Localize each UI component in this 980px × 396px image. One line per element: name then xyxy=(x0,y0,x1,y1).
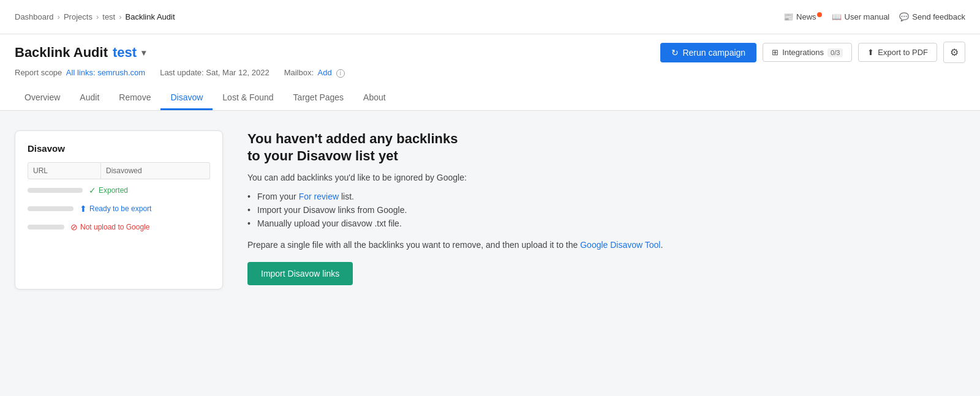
user-manual-link[interactable]: 📖 User manual xyxy=(832,12,890,21)
breadcrumb-sep1: › xyxy=(58,12,60,21)
user-manual-label: User manual xyxy=(845,12,890,21)
page-header: Backlink Audit test ▾ ↻ Rerun campaign ⊞… xyxy=(0,34,980,111)
news-link[interactable]: 📰 News xyxy=(783,12,822,21)
list-item-1: From your For review list. xyxy=(247,190,965,203)
status-not-upload: ⊘ Not upload to Google xyxy=(70,222,149,232)
feedback-icon: 💬 xyxy=(899,12,909,21)
topbar: Dashboard › Projects › test › Backlink A… xyxy=(0,0,980,34)
preview-card-title: Disavow xyxy=(28,143,210,154)
tab-remove[interactable]: Remove xyxy=(109,86,160,110)
upload-icon: ⬆ xyxy=(80,204,87,214)
tab-overview[interactable]: Overview xyxy=(15,86,70,110)
send-feedback-label: Send feedback xyxy=(912,12,965,21)
breadcrumb-dashboard[interactable]: Dashboard xyxy=(15,12,54,21)
list-item-3: Manually upload your disavow .txt file. xyxy=(247,217,965,230)
mailbox-add-link[interactable]: Add xyxy=(318,68,332,77)
header-meta: Report scope All links: semrush.com Last… xyxy=(15,68,965,84)
last-update: Last update: Sat, Mar 12, 2022 xyxy=(160,68,270,77)
tab-bar: Overview Audit Remove Disavow Lost & Fou… xyxy=(15,86,965,110)
send-feedback-link[interactable]: 💬 Send feedback xyxy=(899,12,965,21)
preview-col-url: URL xyxy=(28,162,101,179)
integrations-badge: 0/3 xyxy=(827,48,843,57)
breadcrumb-test[interactable]: test xyxy=(102,12,115,21)
breadcrumb-sep2: › xyxy=(96,12,99,21)
preview-row-not-upload: ⊘ Not upload to Google xyxy=(28,222,210,232)
exported-label: Exported xyxy=(99,186,128,195)
tab-lost-found[interactable]: Lost & Found xyxy=(213,86,283,110)
tab-audit[interactable]: Audit xyxy=(70,86,109,110)
content-area: Disavow URL Disavowed ✓ Exported ⬆ Ready… xyxy=(15,130,965,290)
settings-button[interactable]: ⚙ xyxy=(943,42,965,63)
disavow-preview-card: Disavow URL Disavowed ✓ Exported ⬆ Ready… xyxy=(15,130,223,290)
preview-row-ready: ⬆ Ready to be export xyxy=(28,204,210,214)
for-review-link[interactable]: For review xyxy=(299,192,339,201)
breadcrumb-projects[interactable]: Projects xyxy=(64,12,92,21)
integrations-label: Integrations xyxy=(782,48,824,57)
rerun-campaign-button[interactable]: ↻ Rerun campaign xyxy=(660,43,756,62)
report-scope-label: Report scope All links: semrush.com xyxy=(15,68,145,77)
integrations-icon: ⊞ xyxy=(772,48,778,57)
breadcrumb-sep3: › xyxy=(119,12,121,21)
page-title-text: Backlink Audit xyxy=(15,45,108,61)
rerun-icon: ↻ xyxy=(671,48,679,58)
header-actions: ↻ Rerun campaign ⊞ Integrations 0/3 ⬆ Ex… xyxy=(660,42,965,63)
news-label: News xyxy=(796,12,816,21)
header-top: Backlink Audit test ▾ ↻ Rerun campaign ⊞… xyxy=(15,42,965,63)
export-pdf-button[interactable]: ⬆ Export to PDF xyxy=(858,43,937,62)
block-icon: ⊘ xyxy=(70,222,78,232)
project-name-badge[interactable]: test xyxy=(113,45,137,61)
page-title: Backlink Audit test ▾ xyxy=(15,45,146,61)
info-list: From your For review list. Import your D… xyxy=(247,190,965,230)
status-ready: ⬆ Ready to be export xyxy=(80,204,151,214)
preview-col-disavowed: Disavowed xyxy=(101,162,210,179)
list-item-2: Import your Disavow links from Google. xyxy=(247,203,965,217)
news-icon: 📰 xyxy=(783,12,793,21)
topbar-right: 📰 News 📖 User manual 💬 Send feedback xyxy=(783,12,965,21)
mailbox-info-icon[interactable]: i xyxy=(336,69,345,78)
gear-icon: ⚙ xyxy=(950,47,959,58)
import-disavow-links-button[interactable]: Import Disavow links xyxy=(247,262,353,285)
status-exported: ✓ Exported xyxy=(89,185,128,195)
news-notification-dot xyxy=(817,12,822,17)
info-note: Prepare a single file with all the backl… xyxy=(247,240,965,250)
export-label: Export to PDF xyxy=(878,48,928,57)
info-panel: You haven't added any backlinks to your … xyxy=(247,130,965,285)
main-content: Disavow URL Disavowed ✓ Exported ⬆ Ready… xyxy=(0,111,980,397)
breadcrumb-current: Backlink Audit xyxy=(126,12,175,21)
ready-label: Ready to be export xyxy=(89,204,151,213)
preview-table-header: URL Disavowed xyxy=(28,162,210,179)
breadcrumb: Dashboard › Projects › test › Backlink A… xyxy=(15,12,175,21)
info-heading: You haven't added any backlinks to your … xyxy=(247,130,965,165)
tab-disavow[interactable]: Disavow xyxy=(160,86,213,110)
info-description: You can add backlinks you'd like to be i… xyxy=(247,173,965,182)
mailbox-section: Mailbox: Add i xyxy=(284,68,345,78)
integrations-button[interactable]: ⊞ Integrations 0/3 xyxy=(763,43,852,62)
url-bar-3 xyxy=(28,225,64,230)
not-upload-label: Not upload to Google xyxy=(80,223,149,231)
rerun-label: Rerun campaign xyxy=(682,48,745,58)
url-bar-2 xyxy=(28,206,74,211)
check-icon: ✓ xyxy=(89,185,96,195)
google-disavow-tool-link[interactable]: Google Disavow Tool xyxy=(580,240,660,250)
preview-row-exported: ✓ Exported xyxy=(28,185,210,195)
tab-about[interactable]: About xyxy=(353,86,396,110)
export-icon: ⬆ xyxy=(867,48,874,57)
tab-target-pages[interactable]: Target Pages xyxy=(284,86,354,110)
all-links-link[interactable]: All links: semrush.com xyxy=(66,68,145,77)
project-dropdown-arrow[interactable]: ▾ xyxy=(141,48,146,58)
url-bar-1 xyxy=(28,188,83,193)
manual-icon: 📖 xyxy=(832,12,842,21)
